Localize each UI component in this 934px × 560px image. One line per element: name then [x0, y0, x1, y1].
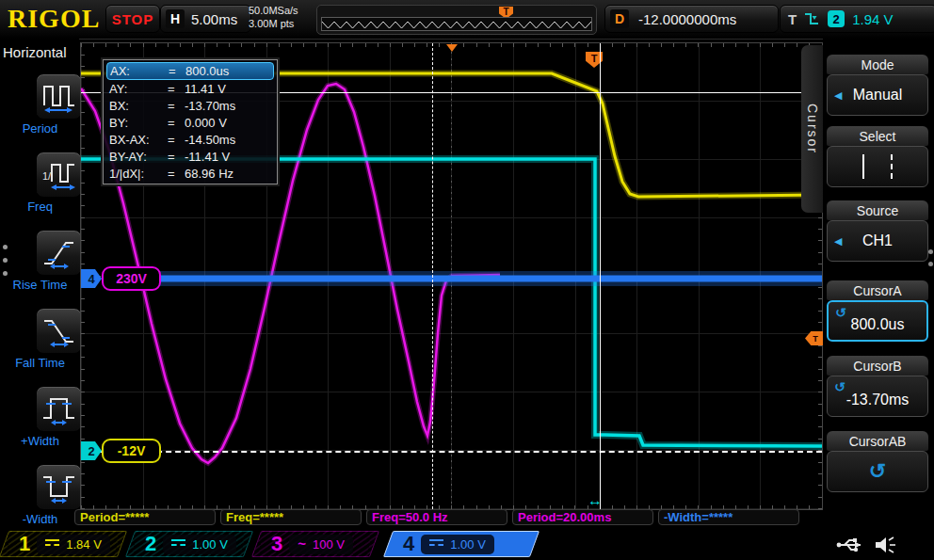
equals: =	[169, 64, 185, 78]
channel-1-status[interactable]: 1 1.84 V	[4, 531, 122, 557]
channel-2-scale-box: 1.00 V	[163, 535, 236, 554]
delay-box[interactable]: D -12.0000000ms	[604, 5, 779, 33]
source-button[interactable]: ◀ CH1	[827, 220, 928, 262]
cursor-b-value: -13.70ms	[846, 392, 910, 408]
cursor-row-by: BY: = 0.000 V	[106, 114, 274, 131]
cursor-b-dashed-icon	[891, 154, 893, 179]
equals: =	[168, 150, 185, 164]
rise-time-icon	[40, 235, 78, 271]
usb-icon	[836, 537, 868, 552]
channel-2-status[interactable]: 2 1.00 V	[130, 531, 249, 557]
mode-button[interactable]: ◀ Manual	[827, 74, 928, 116]
rotate-knob-icon: ↺	[869, 459, 886, 484]
cursor-b-button[interactable]: ↺ -13.70ms	[827, 376, 928, 417]
cursor-a-value: 800.0us	[851, 316, 905, 333]
equals: =	[168, 167, 185, 181]
cursor-row-bx: BX: = -13.70ms	[106, 97, 274, 114]
rise-time-button[interactable]	[36, 230, 82, 276]
channel-3-status[interactable]: 3 ~ 100 V	[256, 531, 375, 557]
neg-width-label: -Width	[0, 512, 80, 526]
fall-time-icon	[40, 313, 78, 349]
cursor-menu-tab[interactable]: Cursor	[801, 45, 823, 213]
left-menu-scroll-dots	[3, 236, 8, 284]
channel-4-scale: 1.00 V	[450, 537, 486, 552]
equals: =	[168, 99, 185, 113]
ac-coupling-icon: ~	[298, 539, 306, 549]
graticule: ↔ T T 4 2 230V -12V AX: = 800.0us AY: = …	[80, 42, 823, 510]
ax-value: 800.0us	[185, 64, 273, 78]
neg-width-button[interactable]	[36, 464, 82, 510]
falling-edge-icon	[804, 11, 820, 26]
cursor-a-header: CursorA	[827, 280, 928, 300]
cursor-b-line[interactable]	[432, 43, 433, 509]
equals: =	[168, 82, 185, 96]
overview-wave	[322, 19, 591, 31]
sample-rate-box: 50.0MSa/s 3.00M pts	[249, 4, 314, 30]
rise-time-label: Rise Time	[0, 278, 80, 292]
byay-label: BY-AY:	[106, 150, 168, 164]
channel-4-status[interactable]: 4 1.00 V	[388, 531, 535, 557]
source-header: Source	[827, 200, 928, 220]
memory-depth: 3.00M pts	[249, 17, 314, 30]
byay-value: -11.41 V	[185, 150, 274, 164]
measure-slot-2: Freq=*****	[220, 509, 362, 525]
measurement-status-bar: Period=***** Freq=***** Freq=50.0 Hz Per…	[74, 509, 799, 527]
pos-width-label: +Width	[0, 434, 80, 448]
select-button[interactable]	[827, 146, 928, 187]
cursor-row-byay: BY-AY: = -11.41 V	[106, 148, 274, 165]
ch2-trace	[81, 159, 822, 446]
waveform-overview-window	[321, 17, 592, 31]
delay-value: -12.0000000ms	[638, 11, 736, 27]
freq-label: Freq	[0, 200, 80, 214]
horizontal-scale-box[interactable]: H 5.00ms	[160, 5, 251, 33]
equals: =	[168, 116, 185, 130]
trigger-status-box[interactable]: T 2 1.94 V	[780, 5, 934, 33]
pos-width-button[interactable]	[36, 386, 82, 432]
menu-page-dots	[928, 242, 933, 274]
horizontal-reference-icon	[446, 44, 458, 52]
channel-2-scale: 1.00 V	[192, 537, 228, 552]
freq-button[interactable]: 1/	[36, 152, 82, 198]
measure-slot-1: Period=*****	[74, 509, 216, 525]
speaker-icon	[874, 536, 898, 554]
bx-value: -13.70ms	[185, 99, 274, 113]
ay-label: AY:	[106, 82, 168, 96]
channel-1-scale-box: 1.84 V	[37, 535, 110, 554]
d-label: D	[610, 9, 629, 28]
freq-icon: 1/	[40, 157, 78, 193]
svg-text:1/: 1/	[42, 170, 52, 182]
period-button[interactable]	[36, 73, 82, 120]
cursor-ab-header: CursorAB	[827, 431, 928, 451]
cursor-a-drag-arrow-icon[interactable]: ↔	[588, 492, 603, 509]
ch1-level-label: -12V	[102, 439, 161, 463]
neg-width-icon	[40, 470, 78, 505]
ch2-trace	[81, 159, 822, 446]
cursor-row-ax: AX: = 800.0us	[106, 62, 274, 80]
trigger-source-badge: 2	[828, 10, 845, 27]
arrow-left-icon: ◀	[834, 235, 842, 248]
bx-label: BX:	[106, 99, 168, 113]
trigger-label: T	[788, 11, 797, 27]
channel-2-number: 2	[145, 532, 156, 556]
cursor-a-button[interactable]: ↺ 800.0us	[827, 300, 928, 342]
fall-time-button[interactable]	[36, 308, 82, 354]
ay-value: 11.41 V	[185, 82, 274, 96]
channel-3-scale-box: ~ 100 V	[289, 535, 353, 554]
channel-1-scale: 1.84 V	[66, 537, 102, 552]
cursor-a-line[interactable]	[600, 43, 601, 509]
rigol-logo: RIGOL	[8, 4, 100, 34]
ch3-level-label: 230V	[102, 266, 161, 291]
arrow-left-icon: ◀	[834, 89, 842, 102]
mode-value: Manual	[853, 87, 902, 104]
select-header: Select	[827, 126, 928, 146]
cursor-row-ay: AY: = 11.41 V	[106, 80, 274, 97]
waveform-overview-strip[interactable]: T	[316, 5, 597, 35]
rotate-knob-icon: ↺	[835, 305, 846, 320]
left-menu-title: Horizontal	[3, 44, 67, 60]
measure-slot-3: Freq=50.0 Hz	[366, 509, 507, 525]
mode-header: Mode	[827, 55, 928, 74]
channel-1-number: 1	[19, 532, 30, 556]
cursor-ab-button[interactable]: ↺	[827, 451, 928, 492]
run-stop-status[interactable]: STOP	[105, 5, 160, 33]
channel-3-scale: 100 V	[313, 537, 345, 552]
